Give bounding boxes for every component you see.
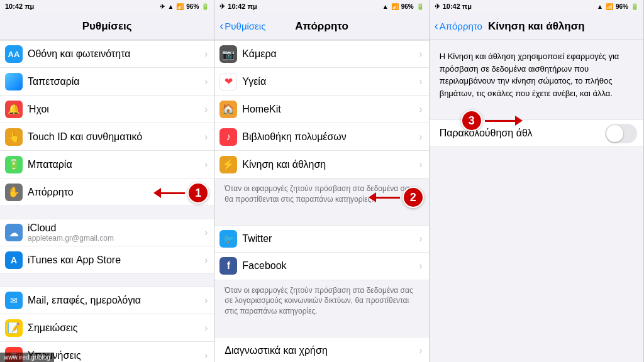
list-item-motion[interactable]: ⚡ Κίνηση και άθληση ›	[214, 151, 428, 178]
panel-motion: ✈ 10:42 πμ ▲ 📶 96% 🔋 ‹ Απόρρητο Κίνηση κ…	[430, 0, 644, 362]
chevron-wallpaper: ›	[204, 76, 208, 87]
back-button-3[interactable]: ‹ Απόρρητο	[435, 21, 482, 31]
signal-icon-3: ▲	[597, 3, 603, 10]
status-bar-1: 10:42 πμ ✈ ▲ 📶 96% 🔋	[0, 0, 214, 13]
motion-content: Η Κίνηση και άθληση χρησιμοποιεί εφαρμογ…	[430, 40, 643, 362]
music-icon: ♪	[219, 128, 237, 146]
list-item-music[interactable]: ♪ Βιβλιοθήκη πολυμέσων ›	[214, 123, 428, 151]
icon-wrap-music: ♪	[214, 123, 242, 151]
icon-wrap-wallpaper	[0, 68, 28, 96]
label-itunes: iTunes και App Store	[28, 255, 202, 266]
section-diagnostics: Διαγνωστικά και χρήση › Διαφημίσεις ›	[214, 337, 428, 362]
chevron-diagnostics: ›	[419, 345, 422, 356]
toggle-label: Παρακολούθηση άθλ	[440, 128, 605, 139]
display-icon: AA	[5, 45, 23, 63]
status-bar-3: ✈ 10:42 πμ ▲ 📶 96% 🔋	[430, 0, 643, 13]
battery-pct-3: 96%	[616, 3, 628, 10]
back-chevron-2: ‹	[219, 20, 223, 31]
status-icons-1: ✈ ▲ 📶 96% 🔋	[160, 3, 209, 10]
list-item-battery[interactable]: 🔋 Μπαταρία ›	[0, 151, 214, 178]
chevron-itunes: ›	[204, 255, 208, 266]
nav-bar-2: ‹ Ρυθμίσεις Απόρρητο	[214, 13, 428, 40]
list-item-wallpaper[interactable]: Ταπετσαρία ›	[0, 68, 214, 96]
label-homekit: HomeKit	[242, 104, 416, 115]
list-item-health[interactable]: ❤ Υγεία ›	[214, 68, 428, 96]
wifi-icon: 📶	[176, 3, 184, 10]
list-item-sounds[interactable]: 🔔 Ήχοι ›	[0, 96, 214, 123]
chevron-battery: ›	[204, 159, 208, 170]
signal-icon: ▲	[167, 3, 174, 10]
list-item-icloud[interactable]: ☁ iCloud appleteam.gr@gmail.com ›	[0, 219, 214, 246]
time-3: ✈ 10:42 πμ	[435, 3, 472, 11]
toggle-row[interactable]: Παρακολούθηση άθλ	[430, 119, 643, 147]
back-button-2[interactable]: ‹ Ρυθμίσεις	[219, 21, 265, 31]
icon-wrap-display: AA	[0, 40, 28, 68]
list-item-diagnostics[interactable]: Διαγνωστικά και χρήση ›	[214, 337, 428, 362]
list-item-notes[interactable]: 📝 Σημειώσεις ›	[0, 314, 214, 342]
location-icon: ✈	[160, 3, 165, 10]
motion-icon: ⚡	[219, 156, 237, 173]
list-item-camera[interactable]: 📷 Κάμερα ›	[214, 40, 428, 68]
time-1: 10:42 πμ	[5, 3, 34, 10]
icon-wrap-privacy: ✋	[0, 178, 28, 206]
wifi-icon-3: 📶	[606, 3, 613, 10]
status-bar-2: ✈ 10:42 πμ ▲ 📶 96% 🔋	[214, 0, 428, 13]
icon-wrap-twitter: 🐦	[214, 225, 242, 253]
list-item-homekit[interactable]: 🏠 HomeKit ›	[214, 96, 428, 123]
signal-icon-2: ▲	[382, 3, 389, 10]
icon-wrap-motion: ⚡	[214, 151, 242, 178]
chevron-mail: ›	[204, 295, 208, 306]
sublabel-icloud: appleteam.gr@gmail.com	[28, 234, 202, 243]
icloud-label-wrap: iCloud appleteam.gr@gmail.com	[28, 222, 202, 243]
label-privacy: Απόρρητο	[28, 187, 202, 198]
list-item-privacy[interactable]: ✋ Απόρρητο ›	[0, 178, 214, 206]
chevron-facebook: ›	[419, 260, 422, 272]
icon-wrap-mail: ✉	[0, 287, 28, 314]
chevron-reminders: ›	[204, 350, 208, 361]
chevron-notes: ›	[204, 322, 208, 334]
chevron-music: ›	[419, 131, 422, 143]
list-item-itunes[interactable]: A iTunes και App Store ›	[0, 246, 214, 274]
chevron-display: ›	[204, 48, 208, 60]
wifi-icon-2: 📶	[391, 3, 399, 10]
panel-privacy: ✈ 10:42 πμ ▲ 📶 96% 🔋 ‹ Ρυθμίσεις Απόρρητ…	[214, 0, 429, 362]
nav-bar-1: Ρυθμίσεις	[0, 13, 214, 40]
mail-icon: ✉	[5, 292, 23, 309]
chevron-touchid: ›	[204, 131, 208, 143]
settings-list[interactable]: AA Οθόνη και φωτεινότητα › Ταπετσαρία › …	[0, 40, 214, 362]
icon-wrap-camera: 📷	[214, 40, 242, 68]
battery-icon-2: 🔋	[416, 3, 424, 10]
health-icon: ❤	[219, 73, 237, 90]
list-item-mail[interactable]: ✉ Mail, επαφές, ημερολόγια ›	[0, 287, 214, 314]
section-twitter: 🐦 Twitter › f Facebook ›	[214, 225, 428, 280]
icon-wrap-icloud: ☁	[0, 219, 28, 246]
list-item-facebook[interactable]: f Facebook ›	[214, 253, 428, 280]
list-item-display[interactable]: AA Οθόνη και φωτεινότητα ›	[0, 40, 214, 68]
nav-title-2: Απόρρητο	[295, 20, 348, 33]
camera-icon: 📷	[219, 45, 237, 63]
icon-wrap-itunes: A	[0, 246, 28, 274]
label-twitter: Twitter	[242, 233, 416, 244]
facebook-icon: f	[219, 257, 237, 275]
wallpaper-icon	[5, 73, 23, 90]
icon-wrap-health: ❤	[214, 68, 242, 96]
homekit-icon: 🏠	[219, 101, 237, 118]
label-camera: Κάμερα	[242, 48, 416, 60]
motion-description: Η Κίνηση και άθληση χρησιμοποιεί εφαρμογ…	[430, 40, 643, 107]
nav-title-3: Κίνηση και άθληση	[488, 20, 585, 33]
plane-icon-3: ✈	[435, 3, 440, 11]
list-item-touchid[interactable]: 👆 Touch ID και συνθηματικό ›	[0, 123, 214, 151]
toggle-switch[interactable]	[605, 124, 637, 143]
chevron-icloud: ›	[204, 227, 208, 238]
battery-icon-3: 🔋	[631, 3, 638, 10]
chevron-health: ›	[419, 76, 422, 87]
back-label-3: Απόρρητο	[440, 21, 482, 31]
battery-icon-item: 🔋	[5, 156, 23, 173]
label-diagnostics: Διαγνωστικά και χρήση	[214, 345, 416, 356]
chevron-homekit: ›	[419, 104, 422, 115]
privacy-list[interactable]: 📷 Κάμερα › ❤ Υγεία › 🏠 HomeKit ›	[214, 40, 428, 362]
battery-icon-1: 🔋	[201, 3, 209, 10]
list-item-twitter[interactable]: 🐦 Twitter ›	[214, 225, 428, 253]
label-notes: Σημειώσεις	[28, 322, 202, 334]
note-2: Όταν οι εφαρμογές ζητούν πρόσβαση στα δε…	[214, 280, 428, 324]
